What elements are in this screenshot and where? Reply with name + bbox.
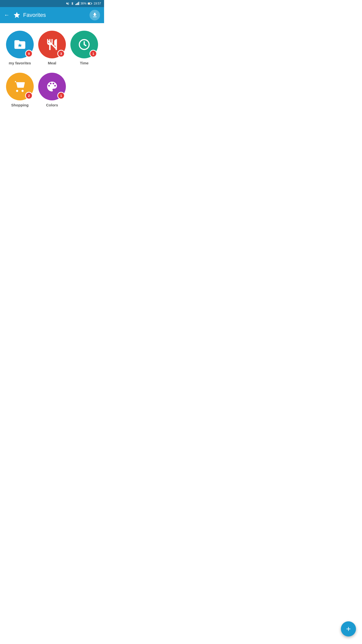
status-bar: 36% 19:57 xyxy=(0,0,104,7)
circle-wrapper-meal: 3 xyxy=(38,31,66,58)
time-text: 19:57 xyxy=(94,2,101,5)
badge-time: 1 xyxy=(89,50,97,57)
status-icons: 36% 19:57 xyxy=(66,2,101,5)
download-icon xyxy=(92,12,98,18)
signal-icon xyxy=(75,2,79,5)
palette-icon xyxy=(46,80,59,93)
category-shopping[interactable]: 2 Shopping xyxy=(5,73,35,107)
badge-shopping: 2 xyxy=(25,92,33,99)
app-bar-title: Favorites xyxy=(23,12,46,18)
shopping-cart-icon xyxy=(13,80,26,93)
label-shopping: Shopping xyxy=(11,103,28,107)
category-meal[interactable]: 3 Meal xyxy=(37,31,67,65)
app-bar-left: ← Favorites xyxy=(4,11,46,19)
app-bar: ← Favorites xyxy=(0,7,104,23)
cutlery-icon xyxy=(46,38,59,51)
favorites-star-icon xyxy=(13,11,21,19)
main-content: 9 my favorites 3 Meal xyxy=(0,23,104,112)
circle-wrapper-shopping: 2 xyxy=(6,73,34,100)
category-colors[interactable]: 1 Colors xyxy=(37,73,67,107)
category-my-favorites[interactable]: 9 my favorites xyxy=(5,31,35,65)
download-button[interactable] xyxy=(89,10,100,20)
mute-icon xyxy=(66,2,69,5)
label-colors: Colors xyxy=(46,103,58,107)
circle-wrapper-my-favorites: 9 xyxy=(6,31,34,58)
star-folder-icon xyxy=(13,38,26,51)
bluetooth-icon xyxy=(71,2,74,5)
circle-wrapper-time: 1 xyxy=(70,31,98,58)
label-meal: Meal xyxy=(48,61,56,65)
badge-meal: 3 xyxy=(57,50,65,57)
app-bar-title-group: Favorites xyxy=(13,11,46,19)
svg-rect-1 xyxy=(92,3,92,4)
category-time[interactable]: 1 Time xyxy=(69,31,99,65)
battery-text: 36% xyxy=(80,2,86,5)
badge-colors: 1 xyxy=(57,92,65,99)
back-button[interactable]: ← xyxy=(4,12,10,18)
label-my-favorites: my favorites xyxy=(9,61,31,65)
badge-my-favorites: 9 xyxy=(25,50,33,57)
favorites-grid: 9 my favorites 3 Meal xyxy=(5,31,99,107)
label-time: Time xyxy=(80,61,89,65)
circle-wrapper-colors: 1 xyxy=(38,73,66,100)
clock-icon xyxy=(78,38,91,51)
battery-icon xyxy=(88,2,92,5)
